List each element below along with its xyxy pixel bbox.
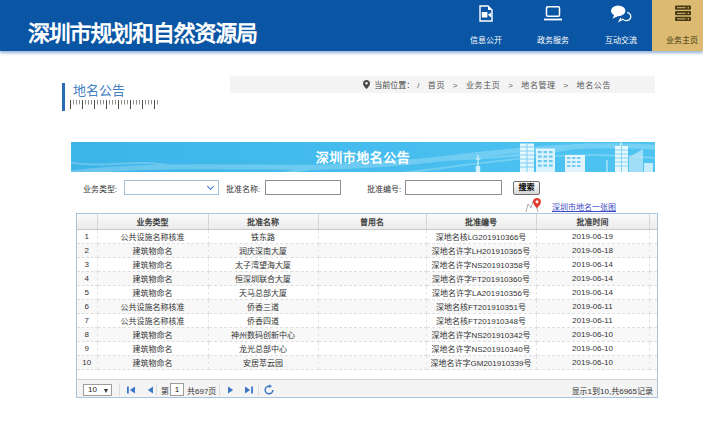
filter-name-label: 批准名称: [226,183,260,194]
cell-approved-name: 恒深圳联合大厦 [208,271,318,285]
cell-approved-name: 侨香四道 [208,313,318,327]
cell-former-name [318,285,426,299]
cell-business-type: 建筑物命名 [97,285,208,299]
filter-number-label: 批准编号: [367,183,401,194]
cell-spacer [649,229,657,243]
first-page-icon[interactable] [125,384,137,396]
laptop-icon [521,4,585,23]
cell-approved-name: 神州数码创新中心 [208,327,318,341]
col-approval-date[interactable]: 批准时间 [536,214,649,229]
table-row[interactable]: 4建筑物命名恒深圳联合大厦 深地名许字FT201910360号2019-06-1… [77,271,657,285]
cell-approval-date: 2019-06-11 [536,313,649,327]
nav-item-gov-services[interactable]: 政务服务 [521,0,585,51]
nav-item-info-disclosure[interactable]: 信息公开 [454,0,518,51]
search-button[interactable]: 搜索 [513,181,540,195]
breadcrumb-path[interactable]: / 首页 > 业务主页 > 地名管理 > 地名公告 [417,79,611,90]
table-row[interactable]: 2建筑物命名润庆深南大厦 深地名许字LH201910365号2019-06-18 [77,243,657,257]
cell-former-name [318,271,426,285]
cell-business-type: 建筑物命名 [97,327,208,341]
cell-approval-date: 2019-06-10 [536,341,649,355]
cell-business-type: 建筑物命名 [97,355,208,369]
cell-approval-date: 2019-06-11 [536,299,649,313]
cell-approved-name: 侨香三道 [208,299,318,313]
col-index [77,214,97,229]
table-row[interactable]: 10建筑物命名安居萃云园 深地名许字GM201910339号2019-06-10 [77,355,657,369]
table-row[interactable]: 8建筑物命名神州数码创新中心 深地名许字NS201910342号2019-06-… [77,327,657,341]
col-business-type[interactable]: 业务类型 [97,214,208,229]
cell-former-name [318,243,426,257]
cell-former-name [318,229,426,243]
approved-name-input[interactable] [265,180,341,195]
col-approval-number[interactable]: 批准编号 [426,214,536,229]
cell-index: 4 [77,271,97,285]
cell-approval-number: 深地名许字GM201910339号 [426,355,536,369]
section-ruler-decoration [70,100,158,109]
approval-number-input[interactable] [405,180,502,195]
refresh-icon[interactable] [263,384,275,396]
col-spacer [649,214,657,229]
cell-business-type: 建筑物命名 [97,243,208,257]
nav-item-interaction[interactable]: 互动交流 [589,0,653,51]
table-row[interactable]: 3建筑物命名太子湾望海大厦 深地名许字NS201910358号2019-06-1… [77,257,657,271]
pager-separator [119,383,120,396]
cell-spacer [649,355,657,369]
nav-label-business-home: 业务主页 [666,34,703,45]
section-accent-bar [62,83,65,111]
table-header-row: 业务类型 批准名称 曾用名 批准编号 批准时间 [77,214,657,229]
cell-approval-date: 2019-06-14 [536,257,649,271]
col-approved-name[interactable]: 批准名称 [208,214,318,229]
page-size-value: 10 [88,385,97,394]
document-video-icon [454,4,518,23]
cell-approval-number: 深地名许字NS201910358号 [426,257,536,271]
cell-index: 5 [77,285,97,299]
map-link-row: 深圳市地名一张图 [524,196,554,213]
map-link[interactable]: 深圳市地名一张图 [552,201,616,212]
banner: 深圳市地名公告 [71,142,655,172]
cell-spacer [649,341,657,355]
banner-title: 深圳市地名公告 [316,150,411,165]
cell-former-name [318,341,426,355]
table-row[interactable]: 5建筑物命名天马总部大厦 深地名许字LA201910356号2019-06-14 [77,285,657,299]
chevron-down-icon [207,183,214,190]
cell-approval-number: 深地名许字FT201910360号 [426,271,536,285]
top-header: 深圳市规划和自然资源局 信息公开 [0,0,703,51]
page-label-prefix: 第 [161,385,169,396]
table-row[interactable]: 9建筑物命名龙光总部中心 深地名许字NS201910340号2019-06-10 [77,341,657,355]
cell-former-name [318,327,426,341]
cell-business-type: 建筑物命名 [97,341,208,355]
last-page-icon[interactable] [243,384,255,396]
chat-bubbles-icon [589,4,653,23]
business-type-select[interactable] [124,180,219,195]
cell-approval-date: 2019-06-18 [536,243,649,257]
cell-index: 9 [77,341,97,355]
cell-approval-date: 2019-06-14 [536,271,649,285]
cell-spacer [649,271,657,285]
next-page-icon[interactable] [225,384,237,396]
col-former-name[interactable]: 曾用名 [318,214,426,229]
prev-page-icon[interactable] [144,384,156,396]
table-row[interactable]: 7公共设施名称核准侨香四道 深地名核FT201910348号2019-06-11 [77,313,657,327]
table-row[interactable]: 1公共设施名称核准铁东路 深地名核LG201910366号2019-06-19 [77,229,657,243]
cell-business-type: 建筑物命名 [97,271,208,285]
page-title: 地名公告 [73,80,125,99]
page-number-input[interactable] [170,383,184,396]
cell-former-name [318,313,426,327]
breadcrumb: 当前位置： / 首页 > 业务主页 > 地名管理 > 地名公告 [230,76,655,93]
nav-item-business-home-active[interactable]: 业务主页 [652,0,703,51]
table-row[interactable]: 6公共设施名称核准侨香三道 深地名核FT201910351号2019-06-11 [77,299,657,313]
cell-approval-number: 深地名许字LH201910365号 [426,243,536,257]
datagrid: 业务类型 批准名称 曾用名 批准编号 批准时间 1公共设施名称核准铁东路 深地名… [76,213,658,398]
cell-approval-number: 深地名核FT201910348号 [426,313,536,327]
breadcrumb-label: 当前位置： [374,79,414,90]
page-label-suffix: 共697页 [187,385,216,396]
cell-approved-name: 润庆深南大厦 [208,243,318,257]
cell-index: 8 [77,327,97,341]
page-size-select[interactable]: 10 [83,384,112,396]
cell-business-type: 公共设施名称核准 [97,313,208,327]
cell-approved-name: 铁东路 [208,229,318,243]
cell-index: 7 [77,313,97,327]
cell-index: 1 [77,229,97,243]
page-size-caret-icon [104,389,108,393]
cell-former-name [318,355,426,369]
cell-former-name [318,299,426,313]
